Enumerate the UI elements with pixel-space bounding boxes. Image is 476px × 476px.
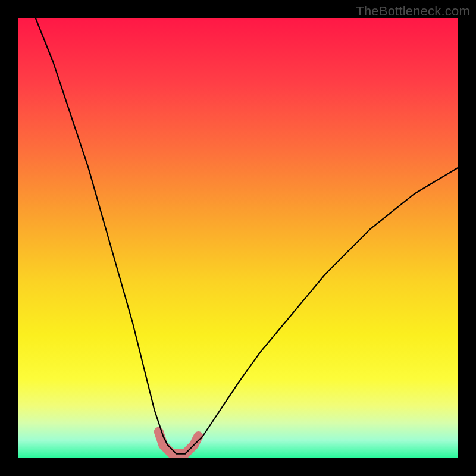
watermark-text: TheBottleneck.com: [356, 4, 470, 19]
chart-canvas: [18, 18, 458, 458]
optimal-range-marker: [159, 432, 199, 454]
bottleneck-curve: [36, 18, 458, 454]
plot-frame: [18, 18, 458, 458]
